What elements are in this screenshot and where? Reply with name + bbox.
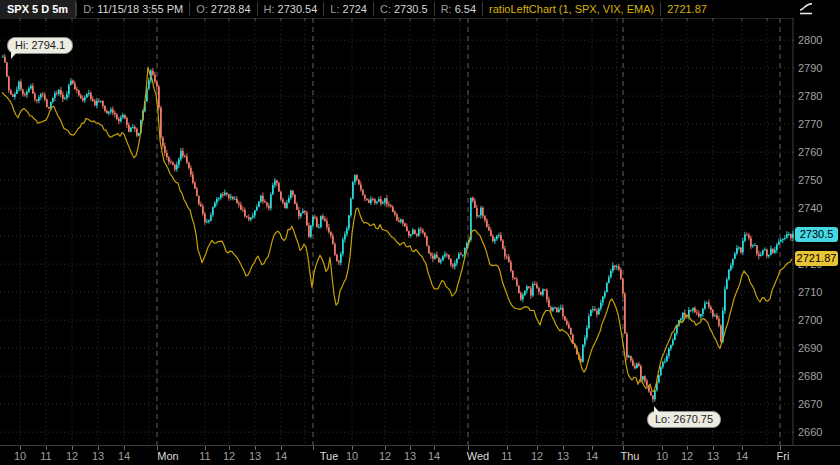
- time-axis-tick: [157, 446, 158, 450]
- time-axis-label: 14: [428, 450, 440, 462]
- high-price-callout: Hi: 2794.1: [7, 37, 73, 54]
- time-axis-tick: [742, 446, 743, 450]
- price-chart-canvas[interactable]: [0, 0, 840, 465]
- price-axis-label: 2750: [798, 175, 822, 186]
- time-axis-label: 13: [249, 450, 261, 462]
- time-axis-label: 10: [346, 450, 358, 462]
- price-axis-label: 2680: [798, 371, 822, 382]
- time-axis-label: 13: [707, 450, 719, 462]
- time-axis-tick: [687, 446, 688, 450]
- time-axis-tick: [410, 446, 411, 450]
- time-axis-tick: [352, 446, 353, 450]
- time-axis-label: Mon: [157, 450, 178, 462]
- time-axis-tick: [72, 446, 73, 450]
- time-axis-label: 14: [118, 450, 130, 462]
- time-axis-label: 10: [656, 450, 668, 462]
- price-axis-label: 2690: [798, 343, 822, 354]
- price-axis-label: 2760: [798, 147, 822, 158]
- time-axis-tick: [623, 446, 624, 450]
- time-axis-tick: [281, 446, 282, 450]
- time-axis-label: 14: [736, 450, 748, 462]
- time-axis-label: 11: [199, 450, 210, 462]
- time-axis[interactable]: 1011121314Mon11121314Tue10121314Wed11121…: [0, 445, 840, 465]
- trading-chart-window: { "header": { "symbol": "SPX 5 D 5m", "f…: [0, 0, 840, 465]
- time-axis-label: 13: [92, 450, 104, 462]
- time-axis-label: 12: [223, 450, 235, 462]
- price-axis-label: 2740: [798, 203, 822, 214]
- time-axis-tick: [20, 446, 21, 450]
- time-axis-label: Tue: [320, 450, 339, 462]
- time-axis-tick: [434, 446, 435, 450]
- time-axis-tick: [713, 446, 714, 450]
- time-axis-label: 13: [404, 450, 416, 462]
- time-axis-tick: [592, 446, 593, 450]
- time-axis-label: 14: [275, 450, 287, 462]
- time-axis-label: 12: [379, 450, 391, 462]
- time-axis-label: Wed: [467, 450, 489, 462]
- time-axis-label: 14: [586, 450, 598, 462]
- last-price-badge: 2730.5: [795, 227, 838, 242]
- time-axis-tick: [46, 446, 47, 450]
- time-axis-tick: [507, 446, 508, 450]
- price-axis-label: 2770: [798, 119, 822, 130]
- price-axis-label: 2670: [798, 399, 822, 410]
- time-axis-label: 11: [501, 450, 512, 462]
- time-axis-tick: [662, 446, 663, 450]
- time-axis-label: 13: [557, 450, 569, 462]
- time-axis-label: 10: [14, 450, 26, 462]
- price-axis-label: 2660: [798, 427, 822, 438]
- price-axis-label: 2780: [798, 91, 822, 102]
- time-axis-label: 11: [40, 450, 51, 462]
- time-axis-label: Thu: [621, 450, 640, 462]
- time-axis-label: 12: [531, 450, 543, 462]
- time-axis-tick: [313, 446, 314, 450]
- time-axis-label: 12: [66, 450, 78, 462]
- time-axis-label: Fri: [777, 450, 790, 462]
- price-axis-label: 2800: [798, 35, 822, 46]
- time-axis-tick: [780, 446, 781, 450]
- time-axis-tick: [563, 446, 564, 450]
- price-axis-label: 2700: [798, 315, 822, 326]
- price-axis-label: 2710: [798, 287, 822, 298]
- time-axis-tick: [385, 446, 386, 450]
- time-axis-tick: [468, 446, 469, 450]
- time-axis-tick: [255, 446, 256, 450]
- time-axis-tick: [98, 446, 99, 450]
- study-price-badge: 2721.87: [795, 251, 838, 266]
- low-price-callout: Lo: 2670.75: [647, 411, 721, 428]
- price-axis-label: 2790: [798, 63, 822, 74]
- time-axis-label: 12: [681, 450, 693, 462]
- time-axis-tick: [537, 446, 538, 450]
- time-axis-tick: [124, 446, 125, 450]
- time-axis-tick: [205, 446, 206, 450]
- time-axis-tick: [229, 446, 230, 450]
